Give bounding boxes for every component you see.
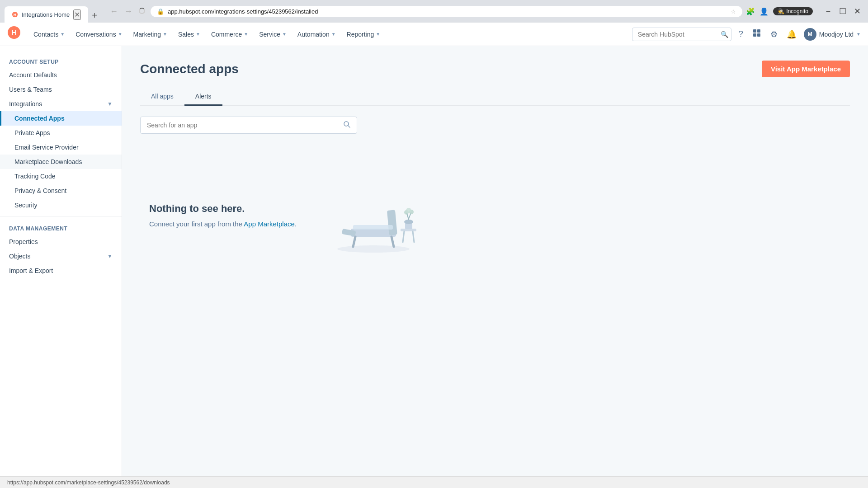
status-bar: https://app.hubspot.com/marketplace-sett… <box>0 476 868 488</box>
sidebar-divider <box>0 216 122 216</box>
minimize-button[interactable]: − <box>822 5 835 18</box>
integrations-submenu: Connected Apps Private Apps Email Servic… <box>0 111 122 212</box>
tabs-bar: All apps Alerts <box>140 88 850 106</box>
incognito-badge: 🕵️ Incognito <box>773 7 813 15</box>
user-menu[interactable]: M Moodjoy Ltd ▼ <box>804 28 861 41</box>
svg-point-25 <box>406 208 411 213</box>
search-input[interactable] <box>638 31 717 38</box>
app-search-input[interactable] <box>147 122 340 129</box>
tab-all-apps[interactable]: All apps <box>140 88 184 106</box>
svg-line-17 <box>403 231 404 242</box>
user-menu-arrow: ▼ <box>856 32 861 37</box>
svg-point-20 <box>404 220 413 224</box>
marketplace-icon[interactable] <box>750 27 763 42</box>
search-icon: 🔍 <box>721 31 728 38</box>
chevron-down-icon: ▼ <box>244 32 248 37</box>
sidebar-item-users-teams[interactable]: Users & Teams <box>0 82 122 97</box>
visit-marketplace-button[interactable]: Visit App Marketplace <box>762 61 850 77</box>
topbar-right: 🔍 ? ⚙ 🔔 M Moodjoy Ltd ▼ <box>632 27 861 42</box>
incognito-icon: 🕵️ <box>778 8 784 14</box>
browser-tabs: H Integrations Home ✕ + <box>5 0 101 23</box>
svg-rect-4 <box>753 29 756 33</box>
app-marketplace-link[interactable]: App Marketplace <box>244 220 295 228</box>
chevron-down-icon: ▼ <box>196 32 200 37</box>
global-search[interactable]: 🔍 <box>632 28 731 41</box>
nav-service[interactable]: Service ▼ <box>254 23 292 46</box>
help-icon[interactable]: ? <box>737 28 745 41</box>
extensions-icon[interactable]: 🧩 <box>746 7 755 16</box>
settings-icon[interactable]: ⚙ <box>769 28 779 41</box>
tab-alerts[interactable]: Alerts <box>184 88 222 106</box>
sidebar-item-tracking-code[interactable]: Tracking Code <box>0 169 122 183</box>
incognito-label: Incognito <box>786 8 808 14</box>
chevron-down-icon: ▼ <box>107 253 113 259</box>
sidebar-section-account-setup: Account Setup <box>0 53 122 68</box>
address-bar[interactable]: 🔒 app.hubspot.com/integrations-settings/… <box>151 6 742 17</box>
chevron-down-icon: ▼ <box>163 32 167 37</box>
svg-line-18 <box>413 231 414 242</box>
svg-rect-7 <box>757 33 760 37</box>
sidebar-item-marketplace-downloads[interactable]: Marketplace Downloads <box>0 155 122 169</box>
nav-reporting[interactable]: Reporting ▼ <box>341 23 386 46</box>
nav-commerce[interactable]: Commerce ▼ <box>206 23 254 46</box>
sidebar-item-properties[interactable]: Properties <box>0 235 122 249</box>
svg-rect-5 <box>757 29 760 33</box>
sidebar-item-security[interactable]: Security <box>0 198 122 212</box>
svg-text:H: H <box>14 13 16 17</box>
app-layout: Account Setup Account Defaults Users & T… <box>0 46 868 488</box>
sidebar: Account Setup Account Defaults Users & T… <box>0 46 122 488</box>
sidebar-item-import-export[interactable]: Import & Export <box>0 263 122 278</box>
hubspot-topbar: H Contacts ▼ Conversations ▼ Marketing ▼… <box>0 23 868 46</box>
svg-rect-26 <box>353 225 393 230</box>
back-button[interactable]: ← <box>108 5 120 18</box>
sidebar-item-private-apps[interactable]: Private Apps <box>0 126 122 140</box>
hubspot-logo[interactable]: H <box>7 26 21 42</box>
sidebar-item-privacy-consent[interactable]: Privacy & Consent <box>0 183 122 198</box>
tab-title: Integrations Home <box>22 11 70 18</box>
sidebar-item-objects[interactable]: Objects ▼ <box>0 249 122 263</box>
tab-favicon: H <box>12 11 18 18</box>
browser-chrome: H Integrations Home ✕ + ← → 🔒 app.hubspo… <box>0 0 868 23</box>
chevron-down-icon: ▼ <box>282 32 287 37</box>
sidebar-item-connected-apps[interactable]: Connected Apps <box>0 111 122 126</box>
svg-line-14 <box>353 237 355 247</box>
chevron-down-icon: ▼ <box>118 32 123 37</box>
empty-state: Nothing to see here. Connect your first … <box>140 152 850 278</box>
notifications-icon[interactable]: 🔔 <box>785 28 798 41</box>
window-controls: − ☐ ✕ <box>822 5 863 18</box>
empty-state-text: Nothing to see here. Connect your first … <box>149 203 297 228</box>
status-url: https://app.hubspot.com/marketplace-sett… <box>7 479 170 486</box>
svg-point-10 <box>337 245 410 253</box>
profile-icon[interactable]: 👤 <box>760 7 769 16</box>
nav-automation[interactable]: Automation ▼ <box>292 23 341 46</box>
empty-state-title: Nothing to see here. <box>149 203 297 215</box>
sidebar-item-integrations[interactable]: Integrations ▼ <box>0 97 122 111</box>
reload-button[interactable] <box>137 5 147 18</box>
page-header: Connected apps Visit App Marketplace <box>140 61 850 77</box>
app-search-container[interactable] <box>140 117 357 134</box>
maximize-button[interactable]: ☐ <box>836 5 849 18</box>
new-tab-button[interactable]: + <box>88 9 101 23</box>
search-icon <box>343 121 350 130</box>
empty-illustration <box>324 170 423 260</box>
user-name: Moodjoy Ltd <box>819 31 854 38</box>
browser-right-icons: 🧩 👤 🕵️ Incognito <box>746 7 813 16</box>
lock-icon: 🔒 <box>157 8 164 15</box>
empty-state-description: Connect your first app from the App Mark… <box>149 220 297 228</box>
close-window-button[interactable]: ✕ <box>851 5 863 18</box>
chevron-down-icon: ▼ <box>60 32 65 37</box>
sidebar-item-account-defaults[interactable]: Account Defaults <box>0 68 122 82</box>
nav-sales[interactable]: Sales ▼ <box>173 23 206 46</box>
nav-marketing[interactable]: Marketing ▼ <box>128 23 173 46</box>
svg-line-9 <box>348 126 350 127</box>
main-content: Connected apps Visit App Marketplace All… <box>122 46 868 488</box>
main-nav: Contacts ▼ Conversations ▼ Marketing ▼ S… <box>28 23 632 46</box>
chevron-down-icon: ▼ <box>107 101 113 107</box>
sidebar-item-email-service-provider[interactable]: Email Service Provider <box>0 140 122 155</box>
nav-contacts[interactable]: Contacts ▼ <box>28 23 70 46</box>
tab-close-button[interactable]: ✕ <box>73 9 81 20</box>
lounge-illustration <box>324 170 423 260</box>
forward-button[interactable]: → <box>123 5 134 18</box>
bookmark-icon: ☆ <box>731 8 736 15</box>
nav-conversations[interactable]: Conversations ▼ <box>70 23 127 46</box>
